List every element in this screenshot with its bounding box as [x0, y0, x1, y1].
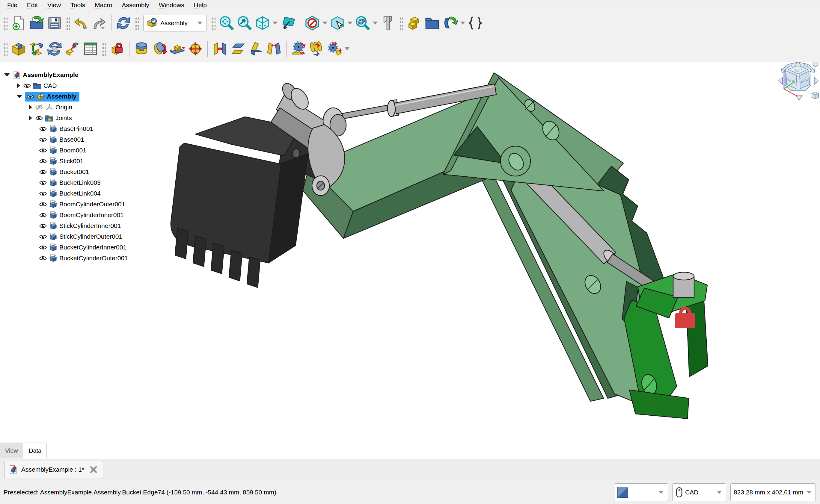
visibility-eye-icon[interactable]	[39, 254, 47, 262]
toolbar-drag-handle[interactable]	[3, 42, 7, 56]
create-cylindrical-joint-button[interactable]	[150, 40, 168, 58]
expander-icon[interactable]	[29, 105, 32, 110]
undo-button[interactable]	[72, 14, 90, 32]
chevron-down-icon[interactable]	[373, 22, 378, 25]
tab-view[interactable]: View	[0, 443, 23, 458]
expander-icon[interactable]	[29, 115, 32, 121]
tree-item-joints[interactable]: Joints	[29, 113, 72, 123]
toolbar-drag-handle[interactable]	[134, 16, 139, 30]
visibility-hidden-eye-icon[interactable]	[35, 103, 43, 111]
tree-item-part[interactable]: StickCylinderInner001	[39, 220, 121, 231]
visibility-eye-icon[interactable]	[39, 200, 47, 208]
create-group-button[interactable]	[423, 14, 441, 32]
create-fixed-joint-button[interactable]	[108, 40, 126, 58]
create-rack-pinion-joint-button[interactable]	[290, 40, 308, 58]
menu-windows[interactable]: Windows	[154, 1, 189, 9]
expander-icon[interactable]	[17, 95, 22, 98]
tree-item-part[interactable]: Boom001	[39, 145, 86, 156]
menu-edit[interactable]: Edit	[22, 1, 43, 9]
toolbar-drag-handle[interactable]	[211, 16, 216, 30]
menu-file[interactable]: File	[2, 1, 22, 9]
refresh-button[interactable]	[114, 14, 132, 32]
tree-item-part[interactable]: Base001	[39, 134, 84, 145]
fit-selection-button[interactable]	[236, 14, 254, 32]
close-icon[interactable]	[90, 466, 97, 473]
tree-item-part[interactable]: BoomCylinderOuter001	[39, 199, 125, 210]
section-plane-button[interactable]	[279, 14, 297, 32]
document-tab[interactable]: AssemblyExample : 1*	[4, 461, 103, 478]
tree-item-part[interactable]: BucketCylinderInner001	[39, 242, 126, 253]
visibility-eye-icon[interactable]	[39, 222, 47, 230]
tree-item-part[interactable]: Bucket001	[39, 167, 89, 177]
tab-data[interactable]: Data	[24, 443, 46, 458]
visibility-eye-icon[interactable]	[39, 168, 47, 176]
new-document-button[interactable]	[10, 14, 28, 32]
make-link-button[interactable]	[441, 14, 459, 32]
visibility-eye-icon[interactable]	[39, 243, 47, 252]
navcube-orbit-dot[interactable]	[813, 62, 818, 66]
workbench-selector[interactable]: Assembly	[143, 15, 207, 31]
chevron-down-icon[interactable]	[273, 22, 278, 25]
visibility-eye-icon[interactable]	[39, 211, 47, 219]
create-assembly-button[interactable]	[10, 40, 28, 58]
save-document-button[interactable]	[46, 14, 63, 32]
navcube-arrow-left[interactable]	[778, 77, 783, 84]
measure-button[interactable]	[379, 14, 397, 32]
create-distance-joint-button[interactable]	[211, 40, 229, 58]
create-ball-joint-button[interactable]	[186, 40, 204, 58]
navigation-style-selector[interactable]: CAD	[672, 483, 726, 501]
expression-button[interactable]	[466, 14, 484, 32]
bill-of-materials-button[interactable]	[81, 40, 99, 58]
visibility-eye-icon[interactable]	[39, 233, 47, 241]
tree-item-part[interactable]: BucketCylinderOuter001	[39, 253, 128, 264]
menu-tools[interactable]: Tools	[66, 1, 90, 9]
tree-item-part[interactable]: BoomCylinderInner001	[39, 210, 124, 220]
toggle-clipping-button[interactable]	[303, 14, 321, 32]
tree-item-part[interactable]: StickCylinderOuter001	[39, 231, 122, 242]
create-gears-joint-button[interactable]	[326, 40, 344, 58]
visibility-eye-icon[interactable]	[23, 82, 31, 90]
navigation-cube[interactable]: TOP FRONT RIGHT	[778, 62, 819, 100]
toolbar-drag-handle[interactable]	[102, 42, 106, 56]
isometric-view-button[interactable]	[254, 14, 272, 32]
model-base-pin[interactable]	[673, 272, 694, 298]
visibility-eye-icon[interactable]	[39, 157, 47, 165]
chevron-down-icon[interactable]	[345, 47, 350, 50]
tree-item-document[interactable]: AssemblyExample	[4, 69, 78, 80]
create-revolute-joint-button[interactable]	[132, 40, 150, 58]
visibility-eye-icon[interactable]	[39, 136, 47, 144]
visibility-eye-icon[interactable]	[39, 179, 47, 187]
draw-style-selector[interactable]	[614, 483, 668, 501]
navcube-mini-cube[interactable]	[812, 92, 819, 99]
expander-icon[interactable]	[17, 83, 20, 88]
redo-button[interactable]	[90, 14, 108, 32]
viewport-size-selector[interactable]: 823,28 mm x 402,61 mm	[730, 483, 816, 501]
toolbar-drag-handle[interactable]	[399, 16, 403, 30]
toolbar-drag-handle[interactable]	[66, 16, 70, 30]
create-perpendicular-joint-button[interactable]	[247, 40, 265, 58]
sync-view-button[interactable]	[354, 14, 372, 32]
create-parallel-joint-button[interactable]	[229, 40, 247, 58]
menu-help[interactable]: Help	[189, 1, 212, 9]
toolbar-drag-handle[interactable]	[3, 16, 7, 30]
create-part-button[interactable]	[405, 14, 423, 32]
insert-component-button[interactable]	[28, 40, 46, 58]
tree-item-part[interactable]: BucketLink004	[39, 188, 101, 199]
exploded-view-button[interactable]	[63, 40, 81, 58]
tree-item-part[interactable]: BucketLink003	[39, 177, 101, 188]
fit-all-button[interactable]	[218, 14, 236, 32]
create-angle-joint-button[interactable]	[265, 40, 283, 58]
solve-assembly-button[interactable]	[46, 40, 63, 58]
tree-item-assembly[interactable]: Assembly	[17, 91, 79, 102]
menu-macro[interactable]: Macro	[90, 1, 117, 9]
chevron-down-icon[interactable]	[460, 22, 465, 25]
tree-item-part[interactable]: BasePin001	[39, 123, 93, 134]
tree-item-part[interactable]: Stick001	[39, 156, 84, 167]
expander-icon[interactable]	[4, 73, 10, 77]
menu-view[interactable]: View	[43, 1, 66, 9]
visibility-eye-icon[interactable]	[39, 190, 47, 198]
visibility-eye-icon[interactable]	[26, 93, 34, 101]
visibility-eye-icon[interactable]	[39, 146, 47, 155]
visibility-eye-icon[interactable]	[39, 125, 47, 133]
open-document-button[interactable]	[28, 14, 46, 32]
